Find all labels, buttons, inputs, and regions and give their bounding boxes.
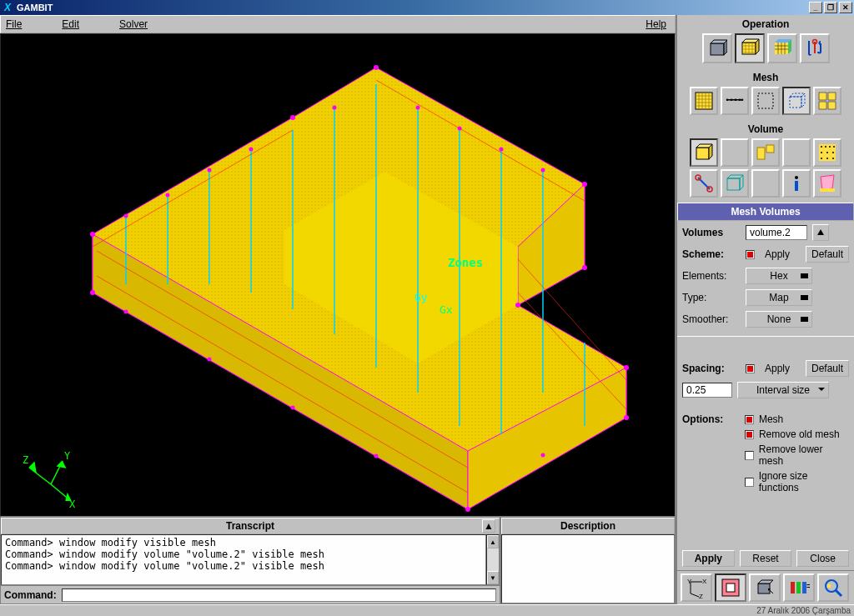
taskbar: 27 Aralık 2006 Çarşamba — [0, 604, 854, 616]
svg-rect-111 — [758, 583, 770, 593]
opt-mesh-label: Mesh — [759, 413, 783, 425]
volumes-input[interactable] — [746, 225, 807, 240]
volume-modify-button[interactable] — [721, 169, 749, 198]
volumes-label: Volumes — [682, 227, 741, 238]
mesh-group-button[interactable] — [813, 87, 841, 115]
reset-button[interactable]: Reset — [740, 550, 792, 567]
scroll-up-button[interactable]: ▲ — [487, 535, 499, 548]
command-input[interactable] — [62, 588, 496, 602]
volume-info-button[interactable] — [782, 169, 811, 198]
spacing-apply-check[interactable] — [746, 364, 755, 373]
select-mode-button[interactable] — [749, 573, 781, 602]
opt-ignore-size-check[interactable] — [745, 478, 754, 487]
menu-solver[interactable]: Solver — [119, 18, 148, 30]
svg-point-87 — [825, 146, 826, 148]
operation-mesh-button[interactable] — [735, 33, 765, 63]
svg-point-14 — [90, 290, 95, 295]
svg-point-7 — [374, 65, 379, 70]
spacing-input[interactable] — [682, 383, 732, 398]
opt-remove-old-check[interactable] — [745, 430, 754, 439]
svg-rect-80 — [696, 148, 709, 159]
transcript-panel: Transcript ▲ Command> window modify visi… — [0, 517, 500, 604]
svg-rect-102 — [795, 181, 798, 191]
transcript-scrollbar[interactable]: ▲ ▼ — [486, 534, 500, 585]
orient-button[interactable]: YXZ — [681, 573, 712, 602]
opt-remove-lower-check[interactable] — [745, 451, 754, 460]
svg-point-90 — [821, 152, 822, 153]
menu-help[interactable]: Help — [646, 18, 666, 30]
mesh-edge-button[interactable] — [721, 87, 749, 115]
zones-label: Zones — [448, 256, 483, 269]
elements-dropdown[interactable]: Hex — [746, 268, 812, 284]
maximize-button[interactable]: ❐ — [824, 2, 837, 13]
volume-btn-8[interactable] — [751, 169, 780, 198]
svg-rect-84 — [766, 145, 774, 153]
close-button[interactable]: Close — [796, 550, 849, 567]
svg-point-70 — [739, 98, 741, 101]
svg-marker-60 — [756, 39, 759, 54]
svg-text:X: X — [702, 578, 707, 585]
close-window-button[interactable]: ✕ — [839, 2, 852, 13]
volume-link-button[interactable] — [690, 169, 718, 198]
svg-text:=: = — [806, 582, 810, 591]
mesh-boundary-layer-button[interactable] — [690, 87, 718, 115]
volume-cooper-button[interactable] — [751, 138, 780, 167]
svg-point-92 — [832, 152, 834, 153]
spacing-mode-dropdown[interactable]: Interval size — [737, 382, 829, 398]
svg-text:Y: Y — [687, 578, 692, 585]
elements-label: Elements: — [682, 270, 741, 282]
smoother-dropdown[interactable]: None — [746, 311, 812, 328]
visibility-button[interactable]: = — [783, 573, 815, 602]
svg-rect-114 — [791, 582, 795, 593]
svg-rect-115 — [796, 582, 801, 593]
svg-point-31 — [208, 168, 212, 173]
spacing-apply-label: Apply — [765, 363, 790, 374]
svg-point-10 — [515, 303, 520, 308]
operation-tools-button[interactable] — [800, 33, 830, 63]
svg-point-33 — [333, 106, 337, 110]
scheme-apply-label: Apply — [765, 248, 790, 260]
volume-mesh-button[interactable] — [690, 138, 718, 167]
volume-check-button[interactable] — [813, 138, 841, 167]
svg-point-86 — [821, 146, 822, 148]
apply-button[interactable]: Apply — [682, 550, 735, 567]
options-label: Options: — [682, 413, 740, 425]
svg-marker-100 — [740, 175, 743, 190]
minimize-button[interactable]: _ — [809, 2, 822, 13]
menu-file[interactable]: File — [6, 18, 22, 30]
scheme-default-button[interactable]: Default — [806, 246, 849, 263]
scroll-down-button[interactable]: ▼ — [487, 571, 499, 584]
svg-point-8 — [582, 182, 587, 187]
description-body — [501, 534, 675, 603]
menu-edit[interactable]: Edit — [62, 18, 79, 30]
description-title: Description — [560, 520, 615, 532]
svg-point-12 — [624, 415, 629, 420]
examine-button[interactable] — [817, 573, 849, 602]
fit-button[interactable] — [715, 573, 746, 602]
mesh-face-button[interactable] — [751, 87, 780, 115]
svg-rect-119 — [827, 584, 831, 588]
scheme-apply-check[interactable] — [746, 250, 755, 259]
operation-label: Operation — [677, 15, 854, 32]
operation-zones-button[interactable] — [767, 33, 797, 63]
svg-point-38 — [124, 310, 128, 314]
transcript-expand-button[interactable]: ▲ — [482, 519, 495, 533]
graphics-viewport[interactable]: Zones Gy Gx X Y — [0, 33, 676, 517]
volume-btn-2[interactable] — [721, 138, 749, 167]
svg-point-40 — [291, 406, 295, 410]
mesh-volume-button[interactable] — [782, 87, 811, 115]
taskbar-date: 27 Aralık 2006 Çarşamba — [756, 606, 851, 615]
volume-delete-button[interactable] — [813, 169, 841, 198]
center-triad: Gy Gx — [414, 291, 428, 316]
svg-point-88 — [829, 146, 831, 148]
type-dropdown[interactable]: Map — [746, 289, 812, 306]
volumes-pick-button[interactable] — [812, 224, 829, 241]
svg-rect-76 — [819, 93, 826, 100]
spacing-default-button[interactable]: Default — [806, 360, 849, 377]
transcript-body: Command> window modify visible mesh Comm… — [1, 534, 486, 585]
command-label: Command: — [4, 589, 57, 601]
opt-mesh-check[interactable] — [745, 415, 754, 424]
volume-btn-4[interactable] — [782, 138, 811, 167]
svg-marker-75 — [801, 93, 805, 108]
operation-geometry-button[interactable] — [702, 33, 732, 63]
